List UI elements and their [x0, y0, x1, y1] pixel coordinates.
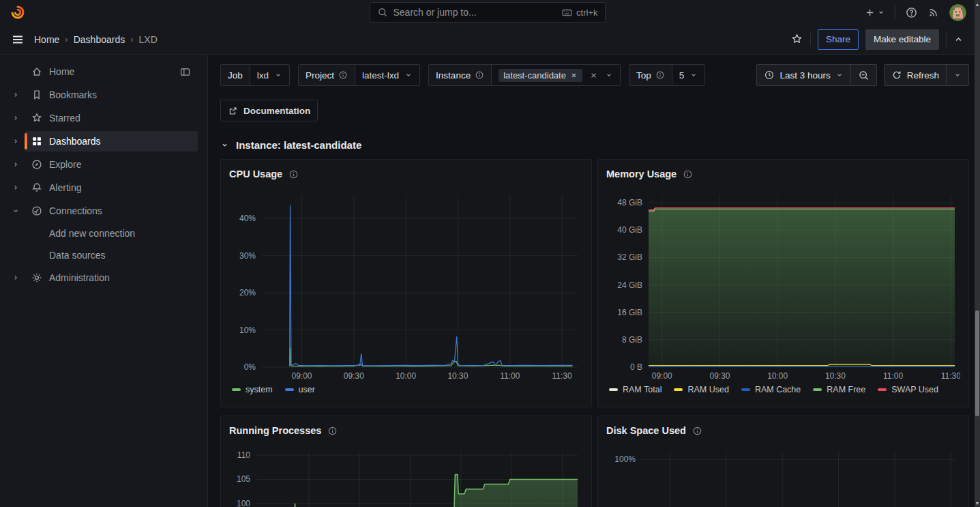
legend-item[interactable]: SWAP Used — [878, 385, 938, 394]
panel-title: Running Processes — [229, 425, 321, 436]
sidebar-item-label: Alerting — [49, 182, 198, 193]
filter-job-value[interactable]: lxd — [250, 65, 289, 85]
expand-chevron[interactable] — [7, 184, 25, 192]
row-title: Instance: latest-candidate — [236, 139, 361, 151]
bookmark-icon — [31, 89, 43, 101]
expand-chevron[interactable] — [7, 160, 25, 169]
legend-item[interactable]: RAM Total — [609, 385, 662, 394]
filter-instance-value[interactable]: latest-candidate — [492, 65, 620, 85]
filter-instance-label: Instance — [429, 65, 492, 85]
compass-icon — [31, 158, 43, 171]
filter-instance: Instance latest-candidate — [428, 64, 621, 86]
sidebar-item-explore[interactable]: Explore — [0, 153, 207, 176]
expand-chevron[interactable] — [7, 91, 25, 99]
documentation-button[interactable]: Documentation — [221, 100, 317, 121]
legend-item[interactable]: RAM Free — [813, 385, 865, 394]
svg-text:10:00: 10:00 — [396, 371, 416, 381]
chevron-right-icon — [12, 114, 20, 122]
refresh-button[interactable]: Refresh — [885, 65, 946, 85]
chart-canvas-memory[interactable]: 0 B8 GiB16 GiB24 GiB32 GiB40 GiB48 GiB09… — [606, 191, 960, 382]
chevron-down-icon[interactable] — [605, 71, 613, 79]
panel-info-icon[interactable] — [327, 426, 338, 436]
share-button[interactable]: Share — [818, 29, 859, 50]
scroll-down-arrow[interactable]: ▼ — [975, 499, 980, 507]
search-icon — [377, 7, 388, 18]
panel-info-icon[interactable] — [288, 169, 299, 179]
panel-header[interactable]: CPU Usage — [229, 166, 583, 182]
zoom-out-time-button[interactable] — [850, 65, 876, 85]
row-instance-toggle[interactable]: Instance: latest-candidate — [220, 139, 969, 151]
help-button[interactable] — [905, 6, 918, 19]
collapse-header-button[interactable] — [953, 34, 964, 44]
sidebar-item-home[interactable]: Home — [0, 60, 207, 83]
chart-canvas-cpu[interactable]: 0%10%20%30%40%09:0009:3010:0010:3011:001… — [229, 191, 583, 382]
news-button[interactable] — [927, 6, 940, 18]
grafana-logo-icon[interactable] — [10, 4, 26, 20]
panel-title: Memory Usage — [606, 169, 677, 179]
breadcrumb-home[interactable]: Home — [34, 34, 59, 45]
legend-item[interactable]: user — [285, 385, 315, 394]
chevron-down-icon — [953, 71, 962, 79]
search-input[interactable]: Search or jump to... ctrl+k — [370, 2, 606, 23]
dock-sidebar-button[interactable] — [179, 66, 191, 78]
svg-text:110: 110 — [237, 450, 250, 460]
scroll-up-arrow[interactable]: ▲ — [975, 0, 980, 8]
sidebar-item-starred[interactable]: Starred — [0, 106, 207, 130]
sidebar-item-alerting[interactable]: Alerting — [0, 176, 207, 199]
remove-chip-icon[interactable] — [570, 72, 578, 79]
filter-top: Top 5 — [629, 64, 705, 86]
info-icon[interactable] — [338, 70, 348, 80]
instance-chip[interactable]: latest-candidate — [499, 69, 582, 82]
favorite-dashboard-button[interactable] — [790, 33, 803, 46]
sidebar-item-bookmarks[interactable]: Bookmarks — [0, 83, 207, 106]
expand-chevron[interactable] — [7, 207, 25, 215]
mega-menu-toggle[interactable] — [11, 33, 25, 46]
sidebar-item-administration[interactable]: Administration — [0, 266, 207, 289]
info-icon[interactable] — [655, 70, 665, 80]
clear-selection-icon[interactable] — [589, 71, 598, 80]
panel-info-icon[interactable] — [692, 426, 702, 436]
dashboard-content: Job lxd Project latest-lxd Instance — [208, 55, 975, 507]
chevron-right-icon — [12, 160, 20, 169]
legend-swatch — [285, 388, 294, 391]
panel-cpu-usage: CPU Usage 0%10%20%30%40%09:0009:3010:001… — [220, 159, 592, 407]
refresh-interval-dropdown[interactable] — [946, 65, 968, 85]
panel-header[interactable]: Running Processes — [229, 423, 583, 438]
filter-job: Job lxd — [220, 64, 290, 86]
sidebar-item-add-new-connection[interactable]: Add new connection — [0, 222, 207, 244]
dock-icon — [179, 66, 191, 78]
sidebar-item-label: Home — [49, 66, 179, 77]
scrollbar-thumb[interactable] — [975, 310, 979, 416]
panel-info-icon[interactable] — [683, 169, 693, 179]
add-new-button[interactable] — [864, 7, 885, 18]
filter-project-value[interactable]: latest-lxd — [355, 65, 419, 85]
expand-chevron[interactable] — [7, 137, 25, 145]
sidebar-item-label: Bookmarks — [49, 89, 198, 100]
panel-header[interactable]: Disk Space Used — [606, 423, 960, 438]
legend-memory: RAM TotalRAM UsedRAM CacheRAM FreeSWAP U… — [606, 385, 960, 394]
legend-item[interactable]: system — [232, 385, 273, 394]
legend-item[interactable]: RAM Cache — [741, 385, 801, 394]
filter-top-value[interactable]: 5 — [672, 65, 705, 85]
info-icon[interactable] — [475, 70, 484, 80]
make-editable-button[interactable]: Make editable — [865, 29, 939, 50]
sidebar-item-dashboards[interactable]: Dashboards — [0, 130, 207, 153]
legend-item[interactable]: RAM Used — [674, 385, 728, 394]
expand-chevron[interactable] — [7, 114, 25, 122]
time-range-picker[interactable]: Last 3 hours — [757, 65, 850, 85]
gear-icon — [31, 272, 43, 284]
chart-canvas-processes[interactable]: 10010511009:0009:3010:0010:3011:0011:30 — [229, 448, 583, 507]
legend-label: RAM Total — [623, 385, 662, 394]
legend-label: SWAP Used — [891, 385, 938, 394]
sidebar-item-connections[interactable]: Connections — [0, 199, 207, 222]
expand-chevron[interactable] — [7, 274, 25, 282]
refresh-icon — [891, 70, 902, 81]
panel-title: CPU Usage — [229, 169, 282, 179]
page-scrollbar[interactable]: ▲ ▼ — [975, 0, 980, 507]
sidebar-item-data-sources[interactable]: Data sources — [0, 244, 207, 266]
user-avatar[interactable] — [949, 4, 966, 21]
svg-text:40%: 40% — [239, 214, 256, 223]
chart-canvas-disk[interactable]: 80%100%09:0009:3010:0010:3011:0011:30 — [606, 448, 960, 507]
breadcrumb-dashboards[interactable]: Dashboards — [74, 34, 125, 45]
panel-header[interactable]: Memory Usage — [606, 166, 960, 182]
